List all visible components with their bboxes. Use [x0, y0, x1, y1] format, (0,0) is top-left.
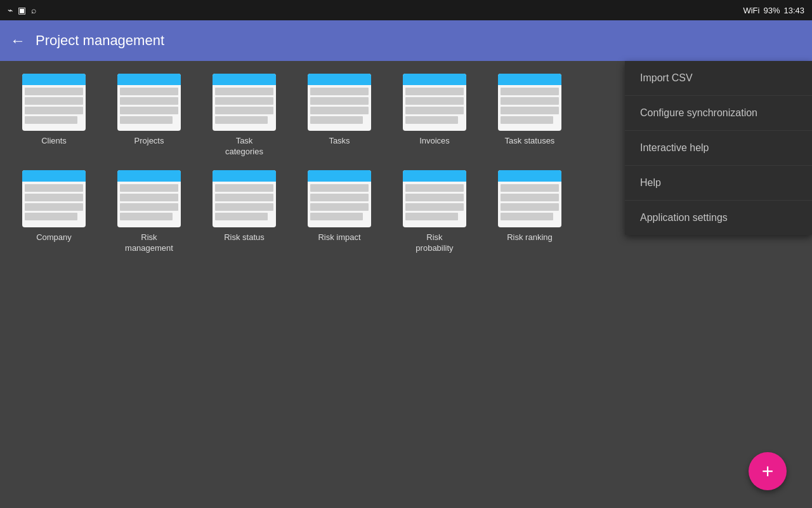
task-statuses-icon	[498, 74, 561, 131]
company-label: Company	[36, 232, 72, 243]
projects-label: Projects	[134, 136, 164, 147]
fab-plus-icon: +	[762, 461, 774, 481]
grid-item-risk-management[interactable]: Riskmanagement	[114, 170, 184, 254]
search-icon: ⌕	[31, 5, 36, 15]
back-button[interactable]: ←	[10, 32, 25, 50]
risk-management-icon	[117, 170, 181, 227]
risk-status-label: Risk status	[224, 232, 265, 243]
invoices-label: Invoices	[419, 136, 450, 147]
status-bar: ⌁ ▣ ⌕ WiFi 93% 13:43	[0, 0, 812, 20]
app-bar: ← Project management	[0, 20, 812, 61]
tasks-label: Tasks	[329, 136, 350, 147]
risk-ranking-label: Risk ranking	[507, 232, 553, 243]
usb-icon: ⌁	[8, 5, 13, 15]
status-bar-left: ⌁ ▣ ⌕	[8, 5, 36, 15]
risk-probability-icon	[403, 170, 466, 227]
grid-item-risk-ranking[interactable]: Risk ranking	[495, 170, 565, 254]
task-categories-icon	[213, 74, 276, 131]
invoices-icon	[403, 74, 466, 131]
screenshot-icon: ▣	[18, 5, 26, 15]
menu-item-application-settings[interactable]: Application settings	[625, 201, 812, 235]
grid-item-projects[interactable]: Projects	[114, 74, 184, 157]
clients-label: Clients	[41, 136, 67, 147]
grid-item-risk-probability[interactable]: Riskprobability	[400, 170, 469, 254]
risk-impact-label: Risk impact	[318, 232, 360, 243]
page-title: Project management	[36, 32, 164, 49]
clients-icon	[22, 74, 86, 131]
tasks-icon	[308, 74, 371, 131]
risk-probability-label: Riskprobability	[416, 232, 453, 254]
grid-item-tasks[interactable]: Tasks	[304, 74, 374, 157]
grid-item-task-categories[interactable]: Taskcategories	[209, 74, 279, 157]
risk-management-label: Riskmanagement	[125, 232, 173, 254]
grid-item-risk-status[interactable]: Risk status	[209, 170, 279, 254]
wifi-icon: WiFi	[743, 6, 759, 15]
menu-item-configure-sync[interactable]: Configure synchronization	[625, 96, 812, 131]
grid-item-clients[interactable]: Clients	[19, 74, 89, 157]
menu-item-interactive-help[interactable]: Interactive help	[625, 131, 812, 166]
risk-ranking-icon	[498, 170, 561, 227]
risk-status-icon	[213, 170, 276, 227]
projects-icon	[117, 74, 181, 131]
menu-item-help[interactable]: Help	[625, 166, 812, 201]
menu-item-import-csv[interactable]: Import CSV	[625, 61, 812, 96]
fab-button[interactable]: +	[749, 452, 787, 490]
status-bar-right: WiFi 93% 13:43	[743, 6, 804, 15]
grid-item-risk-impact[interactable]: Risk impact	[304, 170, 374, 254]
battery-text: 93%	[763, 6, 780, 15]
time-text: 13:43	[783, 6, 804, 15]
task-categories-label: Taskcategories	[225, 136, 263, 157]
risk-impact-icon	[308, 170, 371, 227]
main-content: Clients Projects	[0, 61, 812, 508]
dropdown-menu: Import CSV Configure synchronization Int…	[625, 61, 812, 235]
grid-item-invoices[interactable]: Invoices	[400, 74, 469, 157]
grid-item-company[interactable]: Company	[19, 170, 89, 254]
company-icon	[22, 170, 86, 227]
grid-item-task-statuses[interactable]: Task statuses	[495, 74, 565, 157]
task-statuses-label: Task statuses	[505, 136, 555, 147]
